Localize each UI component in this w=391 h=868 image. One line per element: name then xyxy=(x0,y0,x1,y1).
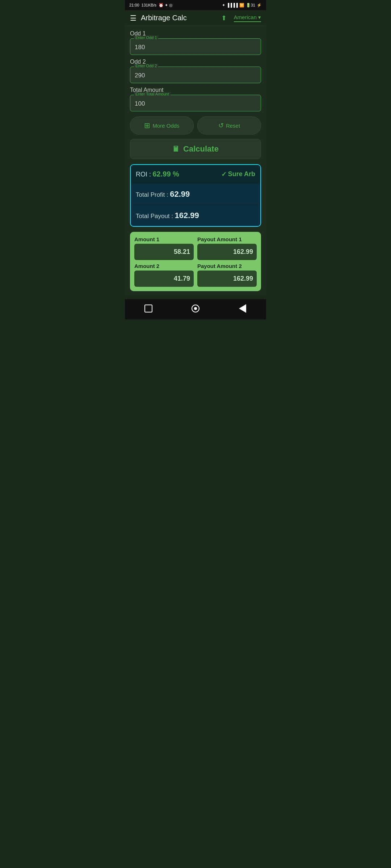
header: ☰ Arbitrage Calc ⬆ American ▾ xyxy=(125,10,266,26)
total-payout-label: Total Payout : xyxy=(136,213,173,220)
payout-amount1-col: Payout Amount 1 162.99 xyxy=(197,236,257,260)
odd2-input-label: Enter Odd 2 xyxy=(134,64,158,68)
amount2-value: 41.79 xyxy=(134,271,194,287)
calc-icon: 🖩 xyxy=(172,145,180,153)
payout-amount2-value: 162.99 xyxy=(197,271,257,287)
amount2-col: Amount 2 41.79 xyxy=(134,263,194,287)
more-odds-button[interactable]: ⊞ More Odds xyxy=(130,116,194,135)
sure-arb-badge: ✓ Sure Arb xyxy=(221,170,255,178)
nav-back-button[interactable] xyxy=(237,303,248,314)
signal-icon: ▐▐▐▐ xyxy=(227,3,238,7)
odd1-input-wrapper: Enter Odd 1 xyxy=(130,38,261,55)
amount1-value: 58.21 xyxy=(134,244,194,260)
total-amount-input[interactable] xyxy=(130,95,261,111)
reset-icon: ↺ xyxy=(218,122,224,129)
total-amount-input-label: Enter Total Amount xyxy=(134,92,171,96)
payout-amount2-col: Payout Amount 2 162.99 xyxy=(197,263,257,287)
total-profit-label: Total Profit : xyxy=(136,191,168,198)
amounts-container: Amount 1 58.21 Payout Amount 1 162.99 Am… xyxy=(130,232,261,291)
odds-type-selector[interactable]: American ▾ xyxy=(234,14,261,22)
network-speed: 131KB/s xyxy=(142,3,157,7)
nav-home-button[interactable] xyxy=(190,303,201,314)
amount1-label: Amount 1 xyxy=(134,236,194,242)
menu-icon[interactable]: ☰ xyxy=(130,14,136,22)
amount2-label: Amount 2 xyxy=(134,263,194,269)
odd1-section: Odd 1 Enter Odd 1 xyxy=(130,30,261,55)
battery-icon: 🔋31 xyxy=(246,3,255,8)
calculate-label: Calculate xyxy=(183,144,219,154)
app-title: Arbitrage Calc xyxy=(141,14,217,22)
circle-inner xyxy=(194,307,197,310)
odd2-input[interactable] xyxy=(130,67,261,83)
status-icons: ⏰ ✦ ◎ xyxy=(159,3,173,8)
odds-type-label: American xyxy=(234,14,257,20)
odd2-input-wrapper: Enter Odd 2 xyxy=(130,67,261,83)
secondary-buttons: ⊞ More Odds ↺ Reset xyxy=(130,116,261,135)
odd2-section: Odd 2 Enter Odd 2 xyxy=(130,59,261,83)
bluetooth-icon: ✦ xyxy=(222,3,225,8)
roi-label: ROI : xyxy=(136,171,151,178)
status-bar: 21:00 131KB/s ⏰ ✦ ◎ ✦ ▐▐▐▐ 🛜 🔋31 ⚡ xyxy=(125,0,266,10)
chevron-down-icon: ▾ xyxy=(258,14,261,21)
total-profit-value: 62.99 xyxy=(170,190,190,199)
roi-row: ROI : 62.99 % ✓ Sure Arb xyxy=(131,165,260,183)
roi-value: 62.99 % xyxy=(152,170,179,178)
sure-arb-text: Sure Arb xyxy=(228,170,255,178)
total-amount-section: Total Amount Enter Total Amount xyxy=(130,87,261,111)
roi-section: ROI : 62.99 % xyxy=(136,170,179,178)
payout-amount2-label: Payout Amount 2 xyxy=(197,263,257,269)
payout-amount1-value: 162.99 xyxy=(197,244,257,260)
checkmark-icon: ✓ xyxy=(221,170,227,178)
reset-label: Reset xyxy=(226,123,240,129)
time: 21:00 xyxy=(129,3,139,7)
reset-button[interactable]: ↺ Reset xyxy=(197,116,261,135)
status-right: ✦ ▐▐▐▐ 🛜 🔋31 ⚡ xyxy=(222,3,262,8)
nav-square-button[interactable] xyxy=(143,303,154,314)
odd1-input[interactable] xyxy=(130,39,261,55)
triangle-icon xyxy=(239,304,246,313)
total-payout-row: Total Payout : 162.99 xyxy=(131,205,260,226)
total-profit-row: Total Profit : 62.99 xyxy=(131,183,260,205)
calculate-button[interactable]: 🖩 Calculate xyxy=(130,139,261,159)
plus-icon: ⊞ xyxy=(144,121,150,130)
more-odds-label: More Odds xyxy=(152,123,179,129)
nav-bar xyxy=(125,299,266,319)
wifi-icon: 🛜 xyxy=(239,3,244,8)
status-left: 21:00 131KB/s ⏰ ✦ ◎ xyxy=(129,3,173,8)
payout-amount1-label: Payout Amount 1 xyxy=(197,236,257,242)
share-icon[interactable]: ⬆ xyxy=(221,14,227,22)
circle-icon xyxy=(192,305,199,312)
charging-icon: ⚡ xyxy=(257,3,262,8)
results-container: ROI : 62.99 % ✓ Sure Arb Total Profit : … xyxy=(130,164,261,227)
main-content: Odd 1 Enter Odd 1 Odd 2 Enter Odd 2 Tota… xyxy=(125,26,266,295)
amount1-col: Amount 1 58.21 xyxy=(134,236,194,260)
total-payout-value: 162.99 xyxy=(175,211,199,220)
odd1-input-label: Enter Odd 1 xyxy=(134,35,158,40)
square-icon xyxy=(144,305,152,312)
total-amount-input-wrapper: Enter Total Amount xyxy=(130,95,261,111)
